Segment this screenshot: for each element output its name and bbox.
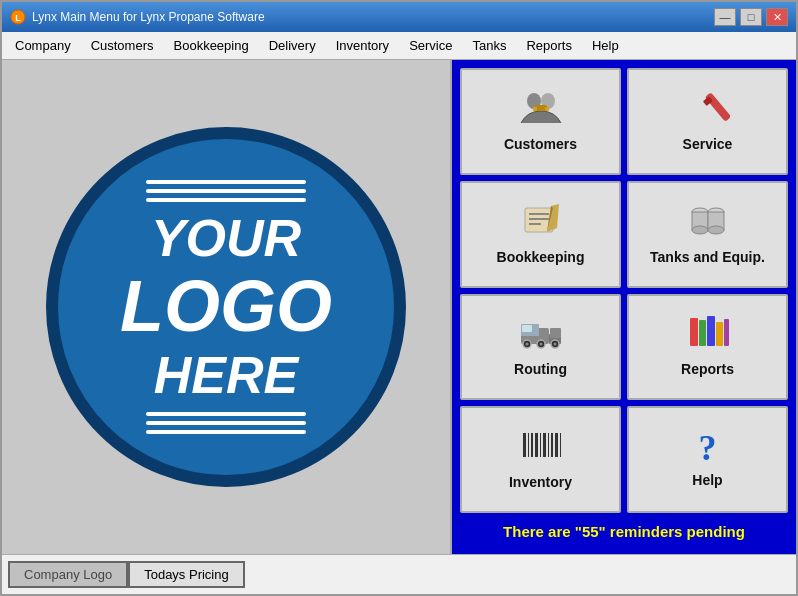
- svg-text:L: L: [15, 13, 21, 23]
- menu-item-inventory[interactable]: Inventory: [327, 34, 398, 57]
- menu-item-customers[interactable]: Customers: [82, 34, 163, 57]
- svg-point-27: [525, 343, 528, 346]
- menu-item-reports[interactable]: Reports: [517, 34, 581, 57]
- help-button[interactable]: ? Help: [627, 406, 788, 513]
- svg-rect-38: [535, 433, 538, 457]
- service-label: Service: [683, 136, 733, 152]
- bottom-buttons: Company Logo Todays Pricing: [2, 554, 796, 594]
- logo-line-3: [146, 198, 306, 202]
- customers-icon: [519, 89, 563, 130]
- svg-rect-30: [690, 318, 698, 346]
- logo-logo: LOGO: [120, 267, 332, 346]
- menu-item-delivery[interactable]: Delivery: [260, 34, 325, 57]
- svg-rect-23: [550, 328, 561, 338]
- bookkeeping-button[interactable]: Bookkeeping: [460, 181, 621, 288]
- svg-rect-35: [523, 433, 526, 457]
- inventory-button[interactable]: Inventory: [460, 406, 621, 513]
- svg-rect-34: [724, 319, 729, 346]
- main-content: YOUR LOGO HERE: [2, 60, 796, 554]
- svg-rect-7: [704, 92, 729, 122]
- reports-icon: [686, 314, 730, 355]
- logo-your: YOUR: [120, 210, 332, 267]
- service-icon: [686, 89, 730, 130]
- svg-rect-40: [543, 433, 546, 457]
- help-icon: ?: [699, 430, 717, 466]
- logo-line-1: [146, 180, 306, 184]
- grid-buttons: Customers Service: [460, 68, 788, 513]
- svg-point-28: [539, 343, 542, 346]
- menu-item-service[interactable]: Service: [400, 34, 461, 57]
- logo-here: HERE: [120, 347, 332, 404]
- svg-rect-31: [699, 320, 706, 346]
- customers-button[interactable]: Customers: [460, 68, 621, 175]
- svg-point-18: [708, 226, 724, 234]
- logo-line-4: [146, 412, 306, 416]
- routing-icon: [519, 314, 563, 355]
- inventory-label: Inventory: [509, 474, 572, 490]
- svg-rect-33: [716, 322, 723, 346]
- bookkeeping-label: Bookkeeping: [497, 249, 585, 265]
- routing-label: Routing: [514, 361, 567, 377]
- todays-pricing-button[interactable]: Todays Pricing: [128, 561, 245, 588]
- logo-line-6: [146, 430, 306, 434]
- svg-rect-42: [551, 433, 553, 457]
- right-panel: Customers Service: [452, 60, 796, 554]
- logo-line-5: [146, 421, 306, 425]
- logo-line-2: [146, 189, 306, 193]
- reports-label: Reports: [681, 361, 734, 377]
- menu-item-tanks[interactable]: Tanks: [463, 34, 515, 57]
- svg-rect-21: [522, 325, 532, 332]
- help-label: Help: [692, 472, 722, 488]
- svg-point-29: [553, 343, 556, 346]
- maximize-button[interactable]: □: [740, 8, 762, 26]
- main-window: L Lynx Main Menu for Lynx Propane Softwa…: [0, 0, 798, 596]
- svg-rect-37: [531, 433, 533, 457]
- logo-text: YOUR LOGO HERE: [120, 210, 332, 404]
- reports-button[interactable]: Reports: [627, 294, 788, 401]
- svg-rect-36: [528, 433, 529, 457]
- inventory-icon: [519, 427, 563, 468]
- title-bar-controls: — □ ✕: [714, 8, 788, 26]
- menu-item-help[interactable]: Help: [583, 34, 628, 57]
- logo-circle: YOUR LOGO HERE: [46, 127, 406, 487]
- menu-bar: CompanyCustomersBookkeepingDeliveryInven…: [2, 32, 796, 60]
- tanks-icon: [686, 202, 730, 243]
- svg-rect-41: [548, 433, 549, 457]
- menu-item-bookkeeping[interactable]: Bookkeeping: [165, 34, 258, 57]
- svg-rect-5: [533, 107, 537, 111]
- svg-rect-39: [540, 433, 541, 457]
- svg-rect-32: [707, 316, 715, 346]
- service-button[interactable]: Service: [627, 68, 788, 175]
- logo-lines-top: [146, 180, 306, 202]
- svg-rect-6: [545, 107, 549, 111]
- svg-point-15: [692, 226, 708, 234]
- reminder-text: There are "55" reminders pending: [460, 517, 788, 546]
- close-button[interactable]: ✕: [766, 8, 788, 26]
- company-logo-button[interactable]: Company Logo: [8, 561, 128, 588]
- title-bar: L Lynx Main Menu for Lynx Propane Softwa…: [2, 2, 796, 32]
- title-bar-left: L Lynx Main Menu for Lynx Propane Softwa…: [10, 9, 265, 25]
- window-title: Lynx Main Menu for Lynx Propane Software: [32, 10, 265, 24]
- tanks-label: Tanks and Equip.: [650, 249, 765, 265]
- customers-label: Customers: [504, 136, 577, 152]
- logo-lines-bottom: [146, 412, 306, 434]
- svg-rect-44: [560, 433, 561, 457]
- tanks-button[interactable]: Tanks and Equip.: [627, 181, 788, 288]
- left-panel: YOUR LOGO HERE: [2, 60, 452, 554]
- bookkeeping-icon: [519, 202, 563, 243]
- routing-button[interactable]: Routing: [460, 294, 621, 401]
- svg-rect-43: [555, 433, 558, 457]
- minimize-button[interactable]: —: [714, 8, 736, 26]
- menu-item-company[interactable]: Company: [6, 34, 80, 57]
- app-icon: L: [10, 9, 26, 25]
